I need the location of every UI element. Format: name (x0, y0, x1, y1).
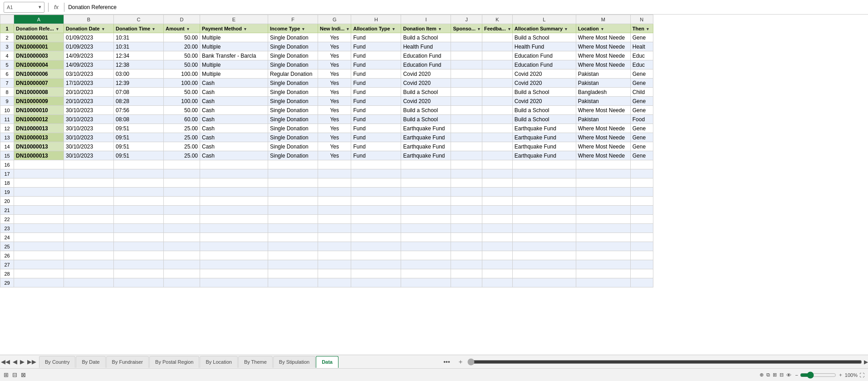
col-header-k[interactable]: K (482, 15, 513, 24)
empty-cell[interactable] (114, 197, 164, 206)
cell-i-11[interactable]: Build a School (401, 115, 451, 124)
empty-cell[interactable] (114, 160, 164, 169)
cell-k-4[interactable] (482, 51, 513, 60)
cell-b-6[interactable]: 03/10/2023 (64, 69, 114, 79)
cell-k-7[interactable] (482, 79, 513, 88)
empty-cell[interactable] (630, 188, 653, 197)
empty-cell[interactable] (482, 269, 513, 278)
cell-g-4[interactable]: Yes (318, 51, 351, 60)
cell-j-13[interactable] (451, 133, 482, 142)
cell-f-10[interactable]: Single Donation (268, 106, 318, 115)
cell-d-8[interactable]: 50.00 (164, 88, 200, 97)
cell-d-2[interactable]: 50.00 (164, 33, 200, 42)
cell-k-8[interactable] (482, 88, 513, 97)
empty-cell[interactable] (351, 251, 401, 260)
empty-cell[interactable] (401, 169, 451, 178)
cell-i-6[interactable]: Covid 2020 (401, 69, 451, 79)
empty-cell[interactable] (630, 233, 653, 242)
empty-cell[interactable] (576, 169, 630, 178)
cell-h-7[interactable]: Fund (351, 79, 401, 88)
empty-cell[interactable] (64, 206, 114, 215)
cell-g-6[interactable]: Yes (318, 69, 351, 79)
cell-e-8[interactable]: Cash (200, 88, 268, 97)
empty-cell[interactable] (164, 233, 200, 242)
empty-cell[interactable] (351, 242, 401, 251)
cell-g-5[interactable]: Yes (318, 60, 351, 69)
cell-i-13[interactable]: Earthquake Fund (401, 133, 451, 142)
cell-j-15[interactable] (451, 151, 482, 160)
col-header-n[interactable]: N (630, 15, 653, 24)
cell-a-9[interactable]: DN10000009 (14, 97, 64, 106)
cell-n-6[interactable]: Gene (630, 69, 653, 79)
cell-c-14[interactable]: 09:51 (114, 142, 164, 151)
cell-m-6[interactable]: Pakistan (576, 69, 630, 79)
empty-cell[interactable] (164, 169, 200, 178)
empty-cell[interactable] (576, 233, 630, 242)
cell-a-7[interactable]: DN10000007 (14, 79, 64, 88)
cell-j-2[interactable] (451, 33, 482, 42)
cell-l-4[interactable]: Education Fund (512, 51, 576, 60)
cell-k-6[interactable] (482, 69, 513, 79)
empty-cell[interactable] (351, 278, 401, 287)
empty-cell[interactable] (401, 206, 451, 215)
cell-k-10[interactable] (482, 106, 513, 115)
spreadsheet-wrapper[interactable]: ABCDEFGHIJKLMN 1 Donation Refe... ▾Donat… (0, 15, 868, 355)
empty-cell[interactable] (630, 269, 653, 278)
empty-cell[interactable] (576, 206, 630, 215)
empty-cell[interactable] (576, 224, 630, 233)
empty-cell[interactable] (512, 206, 576, 215)
empty-cell[interactable] (451, 233, 482, 242)
empty-cell[interactable] (512, 233, 576, 242)
empty-cell[interactable] (512, 215, 576, 224)
cell-i-14[interactable]: Earthquake Fund (401, 142, 451, 151)
cell-c-9[interactable]: 08:28 (114, 97, 164, 106)
cell-e-5[interactable]: Multiple (200, 60, 268, 69)
empty-cell[interactable] (268, 160, 318, 169)
empty-cell[interactable] (14, 242, 64, 251)
cell-k-12[interactable] (482, 124, 513, 133)
empty-cell[interactable] (576, 251, 630, 260)
cell-m-8[interactable]: Bangladesh (576, 88, 630, 97)
empty-cell[interactable] (512, 197, 576, 206)
empty-cell[interactable] (318, 197, 351, 206)
cell-e-4[interactable]: Bank Transfer - Barcla (200, 51, 268, 60)
empty-cell[interactable] (114, 278, 164, 287)
tab-add-button[interactable]: ＋ (454, 356, 467, 368)
empty-cell[interactable] (268, 206, 318, 215)
cell-h-10[interactable]: Fund (351, 106, 401, 115)
view-options-icon[interactable]: 👁 (786, 372, 791, 378)
view-mode-icon[interactable]: ⧉ (766, 372, 770, 378)
col-header-j[interactable]: J (451, 15, 482, 24)
empty-cell[interactable] (512, 242, 576, 251)
empty-cell[interactable] (200, 169, 268, 178)
empty-cell[interactable] (318, 260, 351, 269)
empty-cell[interactable] (114, 269, 164, 278)
empty-cell[interactable] (114, 251, 164, 260)
empty-cell[interactable] (482, 169, 513, 178)
empty-cell[interactable] (451, 242, 482, 251)
cell-n-15[interactable]: Gene (630, 151, 653, 160)
empty-cell[interactable] (114, 215, 164, 224)
empty-cell[interactable] (64, 169, 114, 178)
empty-cell[interactable] (451, 160, 482, 169)
empty-cell[interactable] (401, 242, 451, 251)
cell-d-11[interactable]: 60.00 (164, 115, 200, 124)
empty-cell[interactable] (576, 178, 630, 188)
empty-cell[interactable] (318, 206, 351, 215)
empty-cell[interactable] (630, 260, 653, 269)
empty-cell[interactable] (268, 251, 318, 260)
cell-n-13[interactable]: Gene (630, 133, 653, 142)
tab-more-button[interactable]: ••• (440, 356, 454, 368)
cell-h-14[interactable]: Fund (351, 142, 401, 151)
empty-cell[interactable] (512, 251, 576, 260)
cell-i-10[interactable]: Build a School (401, 106, 451, 115)
empty-cell[interactable] (451, 251, 482, 260)
empty-cell[interactable] (401, 269, 451, 278)
cell-m-9[interactable]: Pakistan (576, 97, 630, 106)
empty-cell[interactable] (576, 197, 630, 206)
cell-a-6[interactable]: DN10000006 (14, 69, 64, 79)
cell-g-9[interactable]: Yes (318, 97, 351, 106)
empty-cell[interactable] (351, 206, 401, 215)
cell-n-11[interactable]: Food (630, 115, 653, 124)
cell-f-13[interactable]: Single Donation (268, 133, 318, 142)
